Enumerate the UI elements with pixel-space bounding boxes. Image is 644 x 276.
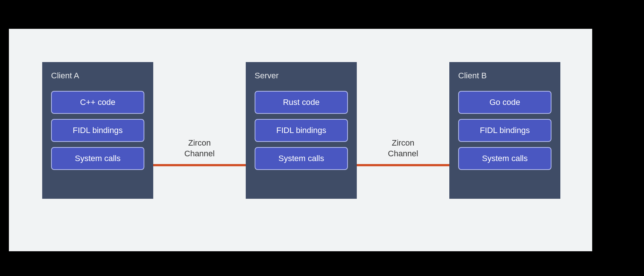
layer-code: Go code: [458, 91, 551, 114]
box-client-a: Client A C++ code FIDL bindings System c…: [42, 62, 153, 199]
layer-code: Rust code: [255, 91, 348, 114]
box-title: Client A: [51, 71, 144, 81]
channel-connector-2: [357, 164, 449, 166]
channel-label-2: Zircon Channel: [379, 138, 427, 159]
layer-syscalls: System calls: [51, 147, 144, 170]
layer-syscalls: System calls: [255, 147, 348, 170]
channel-label-line1: Zircon: [392, 138, 414, 147]
box-title: Server: [255, 71, 348, 81]
layer-bindings: FIDL bindings: [458, 119, 551, 142]
channel-label-line1: Zircon: [188, 138, 211, 147]
box-title: Client B: [458, 71, 551, 81]
layer-bindings: FIDL bindings: [255, 119, 348, 142]
diagram-canvas: Client A C++ code FIDL bindings System c…: [9, 29, 592, 251]
channel-label-line2: Channel: [388, 149, 418, 158]
layer-code: C++ code: [51, 91, 144, 114]
box-client-b: Client B Go code FIDL bindings System ca…: [449, 62, 560, 199]
layer-bindings: FIDL bindings: [51, 119, 144, 142]
channel-label-line2: Channel: [184, 149, 215, 158]
channel-connector-1: [153, 164, 246, 166]
layer-syscalls: System calls: [458, 147, 551, 170]
box-server: Server Rust code FIDL bindings System ca…: [246, 62, 357, 199]
channel-label-1: Zircon Channel: [175, 138, 224, 159]
